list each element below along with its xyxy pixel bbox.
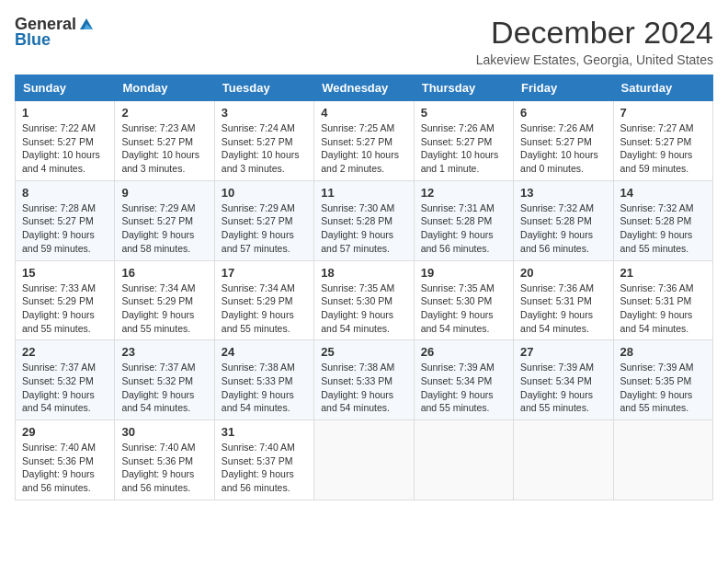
day-number: 30: [121, 425, 207, 439]
weekday-header-sunday: Sunday: [16, 75, 115, 101]
day-info: Sunrise: 7:27 AMSunset: 5:27 PMDaylight:…: [620, 121, 706, 176]
calendar-cell: 16 Sunrise: 7:34 AMSunset: 5:29 PMDaylig…: [115, 260, 214, 340]
calendar-cell: 31 Sunrise: 7:40 AMSunset: 5:37 PMDaylig…: [214, 420, 313, 500]
logo: General Blue: [15, 15, 95, 50]
day-number: 21: [620, 266, 706, 280]
calendar-week-row: 22 Sunrise: 7:37 AMSunset: 5:32 PMDaylig…: [16, 340, 713, 420]
page-header: General Blue December 2024 Lakeview Esta…: [15, 15, 713, 67]
calendar-cell: 12 Sunrise: 7:31 AMSunset: 5:28 PMDaylig…: [414, 180, 513, 260]
day-number: 7: [620, 106, 706, 120]
day-info: Sunrise: 7:31 AMSunset: 5:28 PMDaylight:…: [421, 201, 506, 256]
calendar-cell: 28 Sunrise: 7:39 AMSunset: 5:35 PMDaylig…: [613, 340, 712, 420]
location: Lakeview Estates, Georgia, United States: [476, 52, 713, 67]
day-number: 17: [222, 266, 307, 280]
calendar-cell: 10 Sunrise: 7:29 AMSunset: 5:27 PMDaylig…: [214, 180, 313, 260]
day-info: Sunrise: 7:25 AMSunset: 5:27 PMDaylight:…: [321, 121, 406, 176]
calendar-cell: 13 Sunrise: 7:32 AMSunset: 5:28 PMDaylig…: [514, 180, 613, 260]
day-info: Sunrise: 7:32 AMSunset: 5:28 PMDaylight:…: [620, 201, 706, 256]
day-info: Sunrise: 7:29 AMSunset: 5:27 PMDaylight:…: [121, 201, 207, 256]
day-info: Sunrise: 7:28 AMSunset: 5:27 PMDaylight:…: [22, 201, 108, 256]
calendar-cell: [314, 420, 414, 500]
day-number: 10: [222, 186, 307, 200]
day-info: Sunrise: 7:39 AMSunset: 5:34 PMDaylight:…: [520, 361, 606, 415]
day-number: 28: [620, 345, 706, 359]
day-number: 5: [421, 106, 506, 120]
day-number: 24: [222, 345, 307, 359]
day-number: 8: [22, 186, 108, 200]
weekday-header-saturday: Saturday: [613, 75, 712, 101]
calendar-cell: [613, 420, 712, 500]
calendar-cell: [414, 420, 513, 500]
day-number: 2: [121, 106, 207, 120]
weekday-header-friday: Friday: [514, 75, 613, 101]
day-number: 18: [321, 266, 406, 280]
day-info: Sunrise: 7:40 AMSunset: 5:36 PMDaylight:…: [121, 441, 207, 495]
day-number: 9: [121, 186, 207, 200]
calendar-cell: 17 Sunrise: 7:34 AMSunset: 5:29 PMDaylig…: [214, 260, 313, 340]
calendar-cell: 21 Sunrise: 7:36 AMSunset: 5:31 PMDaylig…: [613, 260, 712, 340]
calendar-cell: 24 Sunrise: 7:38 AMSunset: 5:33 PMDaylig…: [214, 340, 313, 420]
calendar-cell: 29 Sunrise: 7:40 AMSunset: 5:36 PMDaylig…: [16, 420, 115, 500]
calendar-cell: [514, 420, 613, 500]
calendar-week-row: 29 Sunrise: 7:40 AMSunset: 5:36 PMDaylig…: [16, 420, 713, 500]
calendar-cell: 20 Sunrise: 7:36 AMSunset: 5:31 PMDaylig…: [514, 260, 613, 340]
logo-blue-text: Blue: [15, 30, 51, 50]
day-info: Sunrise: 7:37 AMSunset: 5:32 PMDaylight:…: [121, 361, 207, 415]
day-number: 25: [321, 345, 406, 359]
day-info: Sunrise: 7:34 AMSunset: 5:29 PMDaylight:…: [121, 282, 207, 336]
day-info: Sunrise: 7:26 AMSunset: 5:27 PMDaylight:…: [520, 121, 606, 176]
calendar-week-row: 15 Sunrise: 7:33 AMSunset: 5:29 PMDaylig…: [16, 260, 713, 340]
calendar-week-row: 8 Sunrise: 7:28 AMSunset: 5:27 PMDayligh…: [16, 180, 713, 260]
calendar-cell: 2 Sunrise: 7:23 AMSunset: 5:27 PMDayligh…: [115, 101, 214, 181]
day-number: 19: [421, 266, 506, 280]
day-info: Sunrise: 7:40 AMSunset: 5:36 PMDaylight:…: [22, 441, 108, 495]
day-number: 11: [321, 186, 406, 200]
day-info: Sunrise: 7:29 AMSunset: 5:27 PMDaylight:…: [222, 201, 307, 256]
day-number: 31: [222, 425, 307, 439]
day-number: 27: [520, 345, 606, 359]
day-number: 23: [121, 345, 207, 359]
day-info: Sunrise: 7:38 AMSunset: 5:33 PMDaylight:…: [222, 361, 307, 415]
day-number: 15: [22, 266, 108, 280]
day-info: Sunrise: 7:36 AMSunset: 5:31 PMDaylight:…: [520, 282, 606, 336]
calendar-cell: 1 Sunrise: 7:22 AMSunset: 5:27 PMDayligh…: [16, 101, 115, 181]
day-number: 29: [22, 425, 108, 439]
day-info: Sunrise: 7:23 AMSunset: 5:27 PMDaylight:…: [121, 121, 207, 176]
calendar-cell: 9 Sunrise: 7:29 AMSunset: 5:27 PMDayligh…: [115, 180, 214, 260]
day-number: 22: [22, 345, 108, 359]
calendar-cell: 5 Sunrise: 7:26 AMSunset: 5:27 PMDayligh…: [414, 101, 513, 181]
day-info: Sunrise: 7:39 AMSunset: 5:35 PMDaylight:…: [620, 361, 706, 415]
weekday-header-tuesday: Tuesday: [214, 75, 313, 101]
calendar-cell: 26 Sunrise: 7:39 AMSunset: 5:34 PMDaylig…: [414, 340, 513, 420]
day-info: Sunrise: 7:34 AMSunset: 5:29 PMDaylight:…: [222, 282, 307, 336]
day-info: Sunrise: 7:37 AMSunset: 5:32 PMDaylight:…: [22, 361, 108, 415]
day-number: 12: [421, 186, 506, 200]
day-number: 13: [520, 186, 606, 200]
day-info: Sunrise: 7:38 AMSunset: 5:33 PMDaylight:…: [321, 361, 406, 415]
day-info: Sunrise: 7:26 AMSunset: 5:27 PMDaylight:…: [421, 121, 506, 176]
calendar-cell: 23 Sunrise: 7:37 AMSunset: 5:32 PMDaylig…: [115, 340, 214, 420]
logo-icon: [78, 17, 95, 33]
day-number: 20: [520, 266, 606, 280]
day-number: 14: [620, 186, 706, 200]
calendar-cell: 19 Sunrise: 7:35 AMSunset: 5:30 PMDaylig…: [414, 260, 513, 340]
calendar-cell: 3 Sunrise: 7:24 AMSunset: 5:27 PMDayligh…: [214, 101, 313, 181]
weekday-header-thursday: Thursday: [414, 75, 513, 101]
day-number: 16: [121, 266, 207, 280]
calendar-cell: 8 Sunrise: 7:28 AMSunset: 5:27 PMDayligh…: [16, 180, 115, 260]
month-title: December 2024: [476, 15, 713, 51]
day-number: 26: [421, 345, 506, 359]
day-number: 1: [22, 106, 108, 120]
calendar-cell: 27 Sunrise: 7:39 AMSunset: 5:34 PMDaylig…: [514, 340, 613, 420]
calendar-table: SundayMondayTuesdayWednesdayThursdayFrid…: [15, 75, 713, 500]
weekday-header-row: SundayMondayTuesdayWednesdayThursdayFrid…: [16, 75, 713, 101]
day-info: Sunrise: 7:24 AMSunset: 5:27 PMDaylight:…: [222, 121, 307, 176]
calendar-week-row: 1 Sunrise: 7:22 AMSunset: 5:27 PMDayligh…: [16, 101, 713, 181]
calendar-cell: 18 Sunrise: 7:35 AMSunset: 5:30 PMDaylig…: [314, 260, 414, 340]
day-number: 3: [222, 106, 307, 120]
calendar-cell: 22 Sunrise: 7:37 AMSunset: 5:32 PMDaylig…: [16, 340, 115, 420]
calendar-cell: 15 Sunrise: 7:33 AMSunset: 5:29 PMDaylig…: [16, 260, 115, 340]
day-info: Sunrise: 7:40 AMSunset: 5:37 PMDaylight:…: [222, 441, 307, 495]
day-info: Sunrise: 7:22 AMSunset: 5:27 PMDaylight:…: [22, 121, 108, 176]
weekday-header-monday: Monday: [115, 75, 214, 101]
